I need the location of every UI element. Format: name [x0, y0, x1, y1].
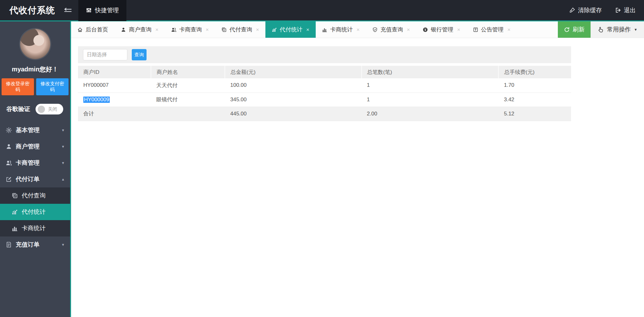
collapse-sidebar-icon[interactable]: [64, 7, 72, 14]
table-cell: 5.12: [498, 107, 571, 121]
payout-order-icon: [6, 176, 12, 182]
column-header: 总金额(元): [225, 66, 361, 78]
app-root: 代收付系统 快捷管理 清除缓存 退出 myadmin您好！ 修改登录密码 修改支…: [0, 0, 644, 317]
refresh-button[interactable]: 刷新: [558, 21, 591, 38]
sidebar-menu-item[interactable]: 充值订单▼: [0, 236, 70, 253]
yen-circle-icon: [423, 27, 428, 32]
tab[interactable]: 卡商统计×: [316, 21, 366, 38]
tab[interactable]: 后台首页: [71, 21, 114, 38]
logout-icon: [615, 7, 621, 13]
tab-label: 充值查询: [380, 26, 403, 33]
table-cell: 1: [362, 92, 499, 107]
chevron-down-icon: ▼: [61, 145, 65, 148]
table-cell: [151, 107, 225, 121]
close-tab-icon[interactable]: ×: [457, 27, 460, 32]
brush-icon: [569, 7, 575, 13]
tab[interactable]: 商户查询×: [114, 21, 165, 38]
shield-check-icon: [372, 27, 378, 32]
greeting-text: myadmin您好！: [0, 65, 70, 74]
gear-icon: [6, 127, 12, 133]
recharge-order-icon: [6, 242, 12, 248]
merchant-icon: [121, 27, 126, 32]
tab[interactable]: 代付统计×: [265, 21, 316, 38]
table-cell: HY000009: [78, 92, 151, 107]
notice-icon: [473, 27, 478, 32]
common-operations-dropdown[interactable]: 常用操作 ▼: [591, 21, 644, 38]
close-tab-icon[interactable]: ×: [206, 27, 209, 32]
chevron-down-icon: ▼: [61, 161, 65, 165]
change-login-password-button[interactable]: 修改登录密码: [2, 78, 34, 95]
tab-label: 后台首页: [86, 26, 108, 33]
google-auth-label: 谷歌验证: [6, 105, 30, 113]
payout-stats-icon: [12, 209, 18, 215]
chevron-up-icon: ▲: [61, 177, 65, 181]
table-cell: 100.00: [225, 78, 361, 92]
avatar[interactable]: [20, 29, 50, 59]
common-operations-label: 常用操作: [607, 25, 631, 34]
sidebar: myadmin您好！ 修改登录密码 修改支付密码 谷歌验证 关闭 基本管理▼商户…: [0, 21, 71, 317]
change-pay-password-button[interactable]: 修改支付密码: [36, 78, 69, 95]
tab[interactable]: 充值查询×: [366, 21, 416, 38]
table-cell: 天天代付: [151, 78, 225, 92]
close-tab-icon[interactable]: ×: [357, 27, 360, 32]
chevron-down-icon: ▼: [634, 28, 637, 31]
table-row: HY000007天天代付100.0011.70: [78, 78, 571, 92]
close-tab-icon[interactable]: ×: [508, 27, 511, 32]
tab-bar: 后台首页商户查询×卡商查询×代付查询×代付统计×卡商统计×充值查询×银行管理×公…: [71, 21, 644, 38]
refresh-label: 刷新: [573, 25, 585, 34]
hand-icon: [597, 26, 604, 33]
sidebar-menu-item[interactable]: 商户管理▼: [0, 138, 70, 155]
chevron-down-icon: ▼: [61, 243, 65, 247]
sidebar-menu-item[interactable]: 基本管理▼: [0, 122, 70, 138]
tab-label: 卡商查询: [179, 26, 202, 33]
close-tab-icon[interactable]: ×: [256, 27, 259, 32]
tab-label: 卡商统计: [330, 26, 353, 33]
sidebar-menu-item-label: 商户管理: [16, 142, 40, 151]
column-header: 总手续费(元): [498, 66, 571, 78]
tab-label: 商户查询: [129, 26, 152, 33]
selected-text: HY000009: [83, 97, 110, 103]
table-row: HY000009眼镜代付345.0013.42: [78, 92, 571, 107]
date-picker-input[interactable]: [83, 49, 127, 60]
close-tab-icon[interactable]: ×: [407, 27, 410, 32]
table-total-row: 合计445.002.005.12: [78, 107, 571, 121]
sidebar-submenu-item[interactable]: 代付查询: [0, 187, 70, 204]
main-row: myadmin您好！ 修改登录密码 修改支付密码 谷歌验证 关闭 基本管理▼商户…: [0, 21, 644, 317]
quick-manage-button[interactable]: 快捷管理: [78, 0, 126, 21]
logout-button[interactable]: 退出: [615, 6, 636, 14]
grid-icon: [86, 7, 92, 13]
table-cell: HY000007: [78, 78, 151, 92]
sidebar-menu: 基本管理▼商户管理▼卡商管理▼代付订单▲代付查询代付统计卡商统计充值订单▼: [0, 122, 70, 253]
toggle-state-label: 关闭: [48, 106, 57, 112]
topbar: 代收付系统 快捷管理 清除缓存 退出: [0, 0, 644, 21]
tabs-strip: 后台首页商户查询×卡商查询×代付查询×代付统计×卡商统计×充值查询×银行管理×公…: [71, 21, 558, 38]
column-header: 商户ID: [78, 66, 151, 78]
google-auth-toggle[interactable]: 关闭: [36, 104, 63, 114]
tab[interactable]: 代付查询×: [215, 21, 265, 38]
sidebar-menu-item[interactable]: 代付订单▲: [0, 171, 70, 187]
column-header: 总笔数(笔): [362, 66, 499, 78]
query-button[interactable]: 查询: [132, 49, 147, 60]
table-cell: 1.70: [498, 78, 571, 92]
sidebar-submenu-item[interactable]: 卡商统计: [0, 220, 70, 236]
close-tab-icon[interactable]: ×: [306, 27, 309, 32]
sidebar-submenu-item[interactable]: 代付统计: [0, 204, 70, 220]
sidebar-submenu: 代付查询代付统计卡商统计: [0, 187, 70, 236]
close-tab-icon[interactable]: ×: [155, 27, 158, 32]
payout-query-icon: [12, 192, 18, 199]
merchant-icon: [6, 143, 12, 150]
tab-label: 代付统计: [280, 26, 303, 33]
sidebar-menu-item-label: 充值订单: [16, 241, 40, 249]
main-content: 查询 商户ID商户姓名总金额(元)总笔数(笔)总手续费(元) HY000007天…: [71, 38, 644, 317]
clear-cache-button[interactable]: 清除缓存: [569, 6, 602, 14]
sidebar-submenu-item-label: 代付查询: [22, 192, 46, 200]
tab[interactable]: 银行管理×: [416, 21, 467, 38]
sidebar-menu-item[interactable]: 卡商管理▼: [0, 155, 70, 171]
stats-table: 商户ID商户姓名总金额(元)总笔数(笔)总手续费(元) HY000007天天代付…: [78, 66, 571, 121]
tab[interactable]: 公告管理×: [467, 21, 517, 38]
table-cell: 345.00: [225, 92, 361, 107]
tab[interactable]: 卡商查询×: [165, 21, 215, 38]
card-dealer-icon: [6, 160, 12, 166]
search-bar: 查询: [78, 46, 571, 63]
stats-panel: 查询 商户ID商户姓名总金额(元)总笔数(笔)总手续费(元) HY000007天…: [78, 46, 571, 121]
